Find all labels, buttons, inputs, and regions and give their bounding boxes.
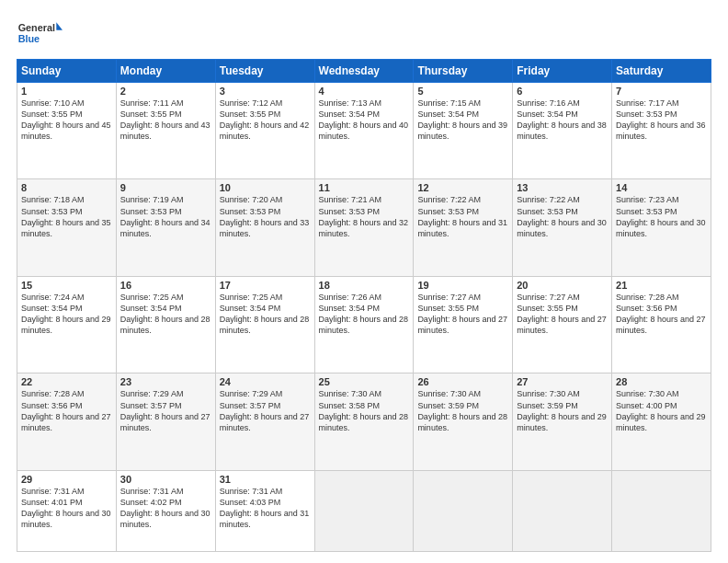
cell-5-6: [513, 470, 612, 551]
cell-2-6: 13 Sunrise: 7:22 AM Sunset: 3:53 PM Dayl…: [513, 179, 612, 276]
week-row-1: 1 Sunrise: 7:10 AM Sunset: 3:55 PM Dayli…: [17, 83, 711, 179]
cell-5-4: [314, 470, 414, 551]
cell-4-1: 22 Sunrise: 7:28 AM Sunset: 3:56 PM Dayl…: [17, 373, 117, 470]
cell-3-3: 17 Sunrise: 7:25 AM Sunset: 3:54 PM Dayl…: [215, 276, 314, 373]
day-number: 7: [616, 86, 707, 97]
day-info: Sunrise: 7:31 AM Sunset: 4:03 PM Dayligh…: [220, 486, 311, 531]
day-number: 19: [417, 280, 508, 291]
page: General Blue SundayMondayTuesdayWednesda…: [0, 0, 728, 563]
header-friday: Friday: [513, 60, 612, 83]
day-number: 14: [616, 182, 707, 193]
day-info: Sunrise: 7:10 AM Sunset: 3:55 PM Dayligh…: [21, 98, 112, 143]
svg-marker-2: [56, 22, 63, 29]
day-info: Sunrise: 7:25 AM Sunset: 3:54 PM Dayligh…: [120, 292, 211, 337]
cell-2-1: 8 Sunrise: 7:18 AM Sunset: 3:53 PM Dayli…: [17, 179, 117, 276]
day-info: Sunrise: 7:12 AM Sunset: 3:55 PM Dayligh…: [220, 98, 311, 143]
day-number: 24: [220, 376, 311, 387]
day-info: Sunrise: 7:30 AM Sunset: 3:58 PM Dayligh…: [319, 388, 410, 433]
day-number: 15: [21, 280, 112, 291]
cell-2-7: 14 Sunrise: 7:23 AM Sunset: 3:53 PM Dayl…: [612, 179, 711, 276]
cell-1-4: 4 Sunrise: 7:13 AM Sunset: 3:54 PM Dayli…: [314, 83, 414, 179]
day-number: 31: [220, 474, 311, 485]
day-info: Sunrise: 7:30 AM Sunset: 3:59 PM Dayligh…: [417, 388, 508, 433]
day-info: Sunrise: 7:30 AM Sunset: 3:59 PM Dayligh…: [517, 388, 608, 433]
day-info: Sunrise: 7:19 AM Sunset: 3:53 PM Dayligh…: [120, 194, 211, 239]
day-info: Sunrise: 7:16 AM Sunset: 3:54 PM Dayligh…: [517, 98, 608, 143]
day-number: 2: [120, 86, 211, 97]
day-info: Sunrise: 7:30 AM Sunset: 4:00 PM Dayligh…: [616, 388, 707, 433]
header-wednesday: Wednesday: [314, 60, 414, 83]
day-info: Sunrise: 7:25 AM Sunset: 3:54 PM Dayligh…: [220, 292, 311, 337]
day-number: 28: [616, 376, 707, 387]
day-info: Sunrise: 7:21 AM Sunset: 3:53 PM Dayligh…: [319, 194, 410, 239]
cell-4-5: 26 Sunrise: 7:30 AM Sunset: 3:59 PM Dayl…: [414, 373, 513, 470]
cell-3-1: 15 Sunrise: 7:24 AM Sunset: 3:54 PM Dayl…: [17, 276, 117, 373]
cell-5-7: [612, 470, 711, 551]
day-info: Sunrise: 7:22 AM Sunset: 3:53 PM Dayligh…: [417, 194, 508, 239]
cell-2-3: 10 Sunrise: 7:20 AM Sunset: 3:53 PM Dayl…: [215, 179, 314, 276]
day-number: 29: [21, 474, 112, 485]
cell-2-2: 9 Sunrise: 7:19 AM Sunset: 3:53 PM Dayli…: [116, 179, 215, 276]
day-number: 3: [220, 86, 311, 97]
cell-3-7: 21 Sunrise: 7:28 AM Sunset: 3:56 PM Dayl…: [612, 276, 711, 373]
day-number: 8: [21, 182, 112, 193]
cell-5-5: [414, 470, 513, 551]
day-number: 21: [616, 280, 707, 291]
day-number: 1: [21, 86, 112, 97]
cell-2-4: 11 Sunrise: 7:21 AM Sunset: 3:53 PM Dayl…: [314, 179, 414, 276]
week-row-3: 15 Sunrise: 7:24 AM Sunset: 3:54 PM Dayl…: [17, 276, 711, 373]
logo: General Blue: [17, 17, 63, 50]
cell-4-7: 28 Sunrise: 7:30 AM Sunset: 4:00 PM Dayl…: [612, 373, 711, 470]
svg-text:General: General: [18, 22, 55, 33]
day-info: Sunrise: 7:20 AM Sunset: 3:53 PM Dayligh…: [220, 194, 311, 239]
cell-3-6: 20 Sunrise: 7:27 AM Sunset: 3:55 PM Dayl…: [513, 276, 612, 373]
day-info: Sunrise: 7:17 AM Sunset: 3:53 PM Dayligh…: [616, 98, 707, 143]
day-info: Sunrise: 7:22 AM Sunset: 3:53 PM Dayligh…: [517, 194, 608, 239]
day-number: 23: [120, 376, 211, 387]
day-number: 9: [120, 182, 211, 193]
day-info: Sunrise: 7:31 AM Sunset: 4:01 PM Dayligh…: [21, 486, 112, 531]
day-info: Sunrise: 7:31 AM Sunset: 4:02 PM Dayligh…: [120, 486, 211, 531]
day-info: Sunrise: 7:27 AM Sunset: 3:55 PM Dayligh…: [417, 292, 508, 337]
cell-3-2: 16 Sunrise: 7:25 AM Sunset: 3:54 PM Dayl…: [116, 276, 215, 373]
header-monday: Monday: [116, 60, 215, 83]
day-info: Sunrise: 7:13 AM Sunset: 3:54 PM Dayligh…: [319, 98, 410, 143]
header-tuesday: Tuesday: [215, 60, 314, 83]
header-sunday: Sunday: [17, 60, 117, 83]
cell-1-2: 2 Sunrise: 7:11 AM Sunset: 3:55 PM Dayli…: [116, 83, 215, 179]
week-row-5: 29 Sunrise: 7:31 AM Sunset: 4:01 PM Dayl…: [17, 470, 711, 551]
day-info: Sunrise: 7:28 AM Sunset: 3:56 PM Dayligh…: [21, 388, 112, 433]
cell-1-1: 1 Sunrise: 7:10 AM Sunset: 3:55 PM Dayli…: [17, 83, 117, 179]
day-number: 25: [319, 376, 410, 387]
day-number: 13: [517, 182, 608, 193]
cell-4-6: 27 Sunrise: 7:30 AM Sunset: 3:59 PM Dayl…: [513, 373, 612, 470]
day-info: Sunrise: 7:23 AM Sunset: 3:53 PM Dayligh…: [616, 194, 707, 239]
day-number: 16: [120, 280, 211, 291]
cell-4-2: 23 Sunrise: 7:29 AM Sunset: 3:57 PM Dayl…: [116, 373, 215, 470]
cell-4-4: 25 Sunrise: 7:30 AM Sunset: 3:58 PM Dayl…: [314, 373, 414, 470]
cell-4-3: 24 Sunrise: 7:29 AM Sunset: 3:57 PM Dayl…: [215, 373, 314, 470]
cell-1-3: 3 Sunrise: 7:12 AM Sunset: 3:55 PM Dayli…: [215, 83, 314, 179]
cell-3-5: 19 Sunrise: 7:27 AM Sunset: 3:55 PM Dayl…: [414, 276, 513, 373]
day-number: 27: [517, 376, 608, 387]
day-info: Sunrise: 7:24 AM Sunset: 3:54 PM Dayligh…: [21, 292, 112, 337]
day-number: 20: [517, 280, 608, 291]
day-info: Sunrise: 7:18 AM Sunset: 3:53 PM Dayligh…: [21, 194, 112, 239]
day-number: 22: [21, 376, 112, 387]
cell-5-2: 30 Sunrise: 7:31 AM Sunset: 4:02 PM Dayl…: [116, 470, 215, 551]
day-info: Sunrise: 7:27 AM Sunset: 3:55 PM Dayligh…: [517, 292, 608, 337]
header-row: SundayMondayTuesdayWednesdayThursdayFrid…: [17, 60, 711, 83]
cell-1-5: 5 Sunrise: 7:15 AM Sunset: 3:54 PM Dayli…: [414, 83, 513, 179]
header: General Blue: [17, 17, 711, 50]
day-number: 6: [517, 86, 608, 97]
day-info: Sunrise: 7:15 AM Sunset: 3:54 PM Dayligh…: [417, 98, 508, 143]
day-number: 12: [417, 182, 508, 193]
week-row-4: 22 Sunrise: 7:28 AM Sunset: 3:56 PM Dayl…: [17, 373, 711, 470]
week-row-2: 8 Sunrise: 7:18 AM Sunset: 3:53 PM Dayli…: [17, 179, 711, 276]
day-info: Sunrise: 7:29 AM Sunset: 3:57 PM Dayligh…: [120, 388, 211, 433]
day-number: 30: [120, 474, 211, 485]
calendar-table: SundayMondayTuesdayWednesdayThursdayFrid…: [17, 59, 711, 552]
day-info: Sunrise: 7:26 AM Sunset: 3:54 PM Dayligh…: [319, 292, 410, 337]
day-number: 10: [220, 182, 311, 193]
cell-5-1: 29 Sunrise: 7:31 AM Sunset: 4:01 PM Dayl…: [17, 470, 117, 551]
